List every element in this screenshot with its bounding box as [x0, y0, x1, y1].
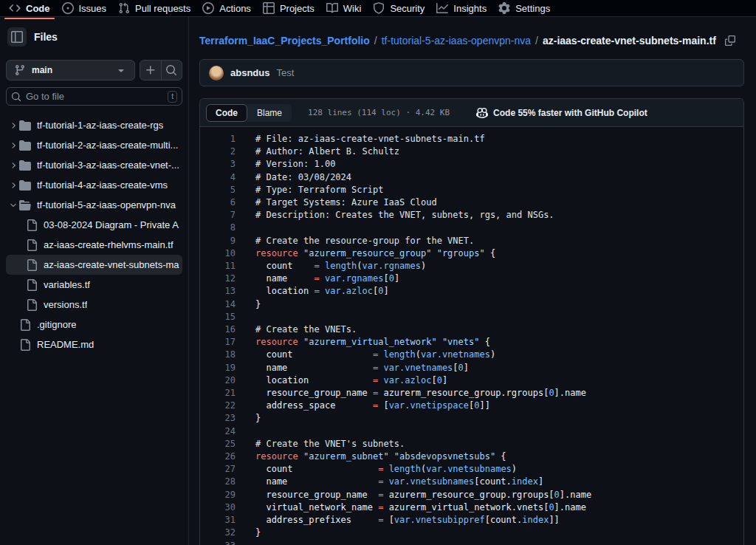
- breadcrumb-folder-link[interactable]: tf-tutorial-5-az-iaas-openvpn-nva: [382, 35, 531, 47]
- tree-folder[interactable]: tf-tutorial-1-az-iaas-create-rgs: [6, 115, 182, 135]
- sidebar-panel-icon: [11, 31, 23, 43]
- code-panel: CodeBlame 128 lines (114 loc) · 4.42 KB …: [199, 98, 744, 545]
- chevron-right-icon: [9, 121, 18, 130]
- line-number[interactable]: 21: [200, 387, 236, 400]
- line-number[interactable]: 28: [200, 476, 236, 488]
- line-number[interactable]: 8: [200, 222, 236, 234]
- chevron-down-icon[interactable]: [7, 201, 19, 210]
- line-number[interactable]: 15: [200, 311, 236, 323]
- line-number[interactable]: 22: [200, 400, 236, 412]
- line-number[interactable]: 11: [200, 260, 236, 272]
- file-meta-info: 128 lines (114 loc) · 4.42 KB: [308, 108, 450, 117]
- tree-file[interactable]: versions.tf: [6, 295, 182, 315]
- search-this-repo-button[interactable]: [162, 61, 182, 80]
- line-number[interactable]: 19: [200, 362, 236, 374]
- nav-item-security[interactable]: Security: [367, 1, 430, 18]
- line-content: count = length(var.vnetnames): [236, 349, 495, 361]
- tree-folder[interactable]: tf-tutorial-5-az-iaas-openvpn-nva: [6, 195, 182, 215]
- code-line: 30 virtual_network_name = azurerm_virtua…: [200, 501, 743, 514]
- line-number[interactable]: 18: [200, 349, 236, 361]
- tree-file[interactable]: az-iaas-create-rhelvms-main.tf: [6, 235, 182, 255]
- tree-file[interactable]: variables.tf: [6, 275, 182, 295]
- tree-folder[interactable]: tf-tutorial-4-az-iaas-create-vms: [6, 175, 182, 195]
- line-number[interactable]: 1: [200, 133, 236, 145]
- nav-item-insights[interactable]: Insights: [430, 1, 492, 18]
- tree-file[interactable]: 03-08-2024 Diagram - Private A...: [6, 215, 182, 235]
- line-number[interactable]: 32: [200, 527, 236, 539]
- line-number[interactable]: 3: [200, 158, 236, 171]
- line-number[interactable]: 10: [200, 247, 236, 260]
- line-number[interactable]: 13: [200, 285, 236, 298]
- go-to-file-box: t: [6, 87, 182, 106]
- code-line: 13 location = var.azloc[0]: [200, 285, 743, 298]
- line-number[interactable]: 20: [200, 374, 236, 387]
- collapse-sidebar-button[interactable]: [7, 27, 27, 47]
- line-number[interactable]: 23: [200, 412, 236, 425]
- nav-item-pull-requests[interactable]: Pull requests: [112, 1, 196, 18]
- commit-author-avatar[interactable]: [209, 66, 224, 80]
- chevron-right-icon[interactable]: [7, 181, 19, 190]
- line-number[interactable]: 14: [200, 298, 236, 311]
- line-number[interactable]: 12: [200, 272, 236, 285]
- line-number[interactable]: 29: [200, 489, 236, 501]
- commit-message[interactable]: Test: [276, 67, 294, 78]
- tab-code[interactable]: Code: [206, 104, 247, 122]
- tree-file[interactable]: .gitignore: [6, 315, 182, 335]
- tree-item-label: .gitignore: [37, 319, 76, 330]
- go-to-file-input[interactable]: [26, 91, 163, 102]
- line-content: # Type: Terraform Script: [236, 184, 383, 196]
- breadcrumb: Terraform_IaaC_Projects_Portfolio / tf-t…: [199, 35, 744, 47]
- line-content: resource "azurerm_resource_group" "rgrou…: [236, 247, 495, 260]
- line-number[interactable]: 33: [200, 540, 236, 545]
- file-icon: [26, 279, 38, 291]
- line-number[interactable]: 24: [200, 425, 236, 438]
- branch-selector[interactable]: main: [6, 60, 135, 80]
- line-number[interactable]: 26: [200, 450, 236, 463]
- line-number[interactable]: 7: [200, 209, 236, 222]
- latest-commit-bar[interactable]: absndus Test: [199, 59, 744, 86]
- line-number[interactable]: 27: [200, 463, 236, 476]
- nav-item-wiki[interactable]: Wiki: [320, 1, 368, 18]
- code-line: 18 count = length(var.vnetnames): [200, 349, 743, 361]
- chevron-right-icon[interactable]: [7, 161, 19, 170]
- line-number[interactable]: 9: [200, 235, 236, 247]
- line-number[interactable]: 6: [200, 196, 236, 209]
- code-line: 6# Target Systems: Azure IaaS Cloud: [200, 196, 743, 209]
- line-number[interactable]: 25: [200, 438, 236, 450]
- chevron-right-icon[interactable]: [7, 121, 19, 130]
- line-number[interactable]: 30: [200, 501, 236, 514]
- tree-folder[interactable]: tf-tutorial-3-az-iaas-create-vnet-...: [6, 155, 182, 175]
- copy-path-button[interactable]: [725, 35, 735, 46]
- line-number[interactable]: 16: [200, 323, 236, 336]
- nav-item-projects[interactable]: Projects: [257, 1, 320, 18]
- nav-item-label: Projects: [280, 3, 315, 14]
- nav-item-issues[interactable]: Issues: [56, 1, 113, 18]
- chevron-down-icon: [115, 64, 127, 76]
- nav-item-label: Issues: [79, 3, 107, 14]
- tree-file[interactable]: README.md: [6, 335, 182, 354]
- code-line: 8: [200, 222, 743, 234]
- tab-blame[interactable]: Blame: [247, 104, 292, 122]
- add-file-button[interactable]: [140, 61, 162, 80]
- tree-folder[interactable]: tf-tutorial-2-az-iaas-create-multi...: [6, 135, 182, 155]
- copilot-promo-link[interactable]: Code 55% faster with GitHub Copilot: [476, 107, 647, 119]
- code-line: 5# Type: Terraform Script: [200, 184, 743, 196]
- line-content: # Target Systems: Azure IaaS Cloud: [236, 196, 437, 209]
- line-number[interactable]: 5: [200, 184, 236, 196]
- line-content: [236, 222, 255, 234]
- nav-item-code[interactable]: Code: [3, 1, 56, 18]
- line-number[interactable]: 4: [200, 171, 236, 184]
- breadcrumb-repo-link[interactable]: Terraform_IaaC_Projects_Portfolio: [199, 35, 370, 47]
- chevron-right-icon[interactable]: [7, 141, 19, 150]
- commit-author[interactable]: absndus: [230, 67, 269, 78]
- tree-file[interactable]: az-iaas-create-vnet-subnets-ma...: [6, 255, 182, 275]
- line-number[interactable]: 17: [200, 336, 236, 349]
- nav-item-settings[interactable]: Settings: [492, 1, 556, 18]
- line-content: # Create the VNETs.: [236, 323, 357, 336]
- code-listing: 1# File: az-iaas-create-vnet-subnets-mai…: [200, 127, 743, 545]
- line-number[interactable]: 31: [200, 514, 236, 527]
- chevron-right-icon: [9, 141, 18, 150]
- tree-item-label: versions.tf: [44, 299, 87, 310]
- nav-item-actions[interactable]: Actions: [196, 1, 257, 18]
- line-number[interactable]: 2: [200, 145, 236, 158]
